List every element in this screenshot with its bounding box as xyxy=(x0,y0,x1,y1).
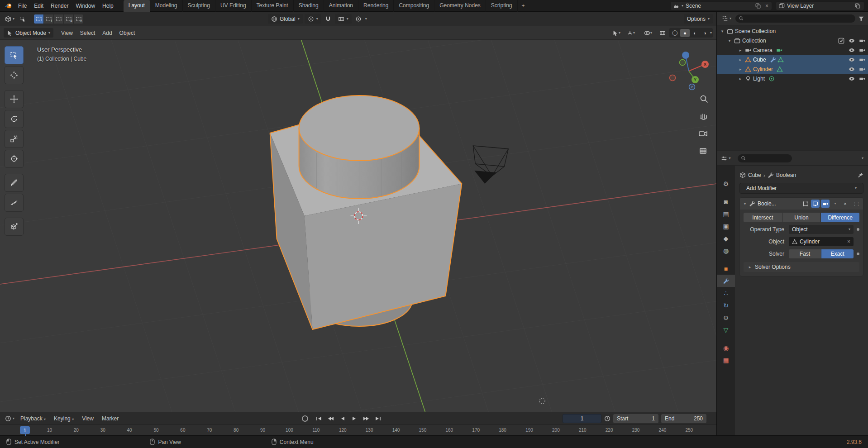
topbar-menu[interactable]: Window xyxy=(72,1,99,10)
properties-tab-constraints[interactable]: ⊖ xyxy=(717,311,735,324)
transform-pivot-dropdown[interactable]: ▾ xyxy=(305,14,321,24)
unlink-scene-button[interactable]: × xyxy=(764,3,769,9)
properties-editor-type[interactable]: ▾ xyxy=(717,155,735,162)
properties-tab-output[interactable]: ▤ xyxy=(717,208,735,220)
tool-move[interactable] xyxy=(5,90,24,108)
playhead[interactable]: 1 xyxy=(20,426,30,434)
expand-panel-icon[interactable]: ▾ xyxy=(742,201,748,206)
breadcrumb-object[interactable]: Cube xyxy=(748,172,761,178)
workspace-tab[interactable]: Scripting xyxy=(486,0,518,12)
properties-search-input[interactable] xyxy=(748,156,788,161)
disable-render-camera-icon[interactable] xyxy=(859,47,865,53)
snap-target-dropdown[interactable]: ▾ xyxy=(335,14,352,24)
xray-toggle[interactable] xyxy=(658,29,668,38)
workspace-tab[interactable]: Texture Paint xyxy=(252,0,294,12)
disclosure-icon[interactable]: ▸ xyxy=(738,76,743,81)
properties-tab-texture[interactable]: ▦ xyxy=(717,354,735,366)
frame-start-field[interactable]: Start 1 xyxy=(613,414,658,423)
modifier-name-field[interactable]: Boole... xyxy=(757,200,800,207)
tool-scale[interactable] xyxy=(5,130,24,148)
intersect-button[interactable]: Intersect xyxy=(744,213,782,222)
edit-mode-toggle[interactable] xyxy=(801,200,810,208)
viewport-menu[interactable]: Select xyxy=(76,29,99,38)
transform-orientation-dropdown[interactable]: Global ▾ xyxy=(268,14,303,24)
marker-menu[interactable]: Marker xyxy=(98,414,122,423)
pin-icon[interactable] xyxy=(857,172,863,178)
collection-checkbox[interactable] xyxy=(838,38,844,44)
hide-viewport-eye-icon[interactable] xyxy=(849,66,855,72)
light-object-indicator[interactable] xyxy=(539,398,545,404)
proportional-editing-toggle[interactable] xyxy=(353,14,363,24)
disable-render-camera-icon[interactable] xyxy=(859,66,865,72)
new-view-layer-button[interactable] xyxy=(854,3,862,9)
auto-keying-toggle[interactable] xyxy=(302,415,308,422)
disclosure-icon[interactable]: ▸ xyxy=(738,67,743,71)
outliner-row-camera[interactable]: ▸ Camera xyxy=(717,45,868,55)
options-dropdown[interactable]: Options ▾ xyxy=(684,14,713,24)
properties-tab-physics[interactable]: ↻ xyxy=(717,299,735,311)
topbar-menu[interactable]: Render xyxy=(47,1,72,10)
new-scene-button[interactable] xyxy=(754,3,762,9)
tool-cursor[interactable] xyxy=(5,66,24,84)
drag-handle-icon[interactable]: ⋮⋮ xyxy=(851,201,861,207)
tool-measure[interactable] xyxy=(5,194,24,212)
workspace-tab[interactable]: Modeling xyxy=(150,0,183,12)
solver-options-panel[interactable]: ▸ Solver Options xyxy=(744,262,859,272)
disable-render-camera-icon[interactable] xyxy=(859,38,865,44)
viewport-menu[interactable]: View xyxy=(57,29,76,38)
properties-tab-view-layer[interactable]: ▣ xyxy=(717,220,735,232)
play-button[interactable] xyxy=(349,414,360,423)
jump-to-start-button[interactable] xyxy=(314,414,324,423)
union-button[interactable]: Union xyxy=(782,213,821,222)
properties-tab-particles[interactable]: ∴ xyxy=(717,287,735,299)
solver-fast-button[interactable]: Fast xyxy=(789,249,821,258)
tool-rotate[interactable] xyxy=(5,110,24,128)
disable-render-camera-icon[interactable] xyxy=(859,76,865,82)
properties-tab-object[interactable]: ■ xyxy=(717,262,735,275)
properties-tab-world[interactable]: ◍ xyxy=(717,244,735,257)
outliner-search[interactable] xyxy=(735,14,855,23)
viewport-menu[interactable]: Object xyxy=(116,29,139,38)
outliner-row-scene-collection[interactable]: ▾ Scene Collection xyxy=(717,26,868,36)
select-mode-extend-button[interactable]: + xyxy=(44,14,53,24)
chevron-down-icon[interactable]: ▾ xyxy=(862,157,863,160)
modifier-extras-button[interactable]: ▾ xyxy=(831,200,839,208)
properties-tab-object-data[interactable]: ▽ xyxy=(717,324,735,336)
playback-menu[interactable]: Playback ▾ xyxy=(17,414,49,423)
cylinder-object[interactable] xyxy=(299,95,420,199)
nav-gizmo[interactable]: X Y z xyxy=(670,52,709,90)
properties-tab-scene[interactable]: ◆ xyxy=(717,232,735,244)
camera-object[interactable] xyxy=(473,146,508,184)
gizmos-dropdown[interactable]: ▾ xyxy=(623,29,639,38)
outliner-editor-type[interactable]: ▾ xyxy=(720,14,733,23)
tool-annotate[interactable] xyxy=(5,174,24,192)
workspace-tab[interactable]: Rendering xyxy=(358,0,394,12)
frame-end-field[interactable]: End 250 xyxy=(661,414,706,423)
workspace-tab[interactable]: Animation xyxy=(324,0,358,12)
viewport-canvas[interactable]: X Y z xyxy=(0,40,716,412)
preview-range-clock-icon[interactable] xyxy=(604,415,610,422)
play-reverse-button[interactable] xyxy=(338,414,348,423)
jump-to-end-button[interactable] xyxy=(373,414,383,423)
hide-viewport-eye-icon[interactable] xyxy=(849,47,855,53)
viewport-3d-scene[interactable]: X Y z xyxy=(0,40,716,412)
select-mode-intersect-button[interactable]: ∩ xyxy=(74,14,83,24)
pan-hand-button[interactable] xyxy=(701,114,706,119)
disclosure-icon[interactable]: ▸ xyxy=(738,48,743,52)
add-workspace-button[interactable]: + xyxy=(518,1,529,11)
current-frame-field[interactable]: 1 xyxy=(563,414,601,423)
tool-select-box[interactable] xyxy=(5,46,24,64)
difference-button[interactable]: Difference xyxy=(821,213,859,222)
select-mode-subtract-button[interactable]: − xyxy=(54,14,63,24)
timeline-editor-type[interactable]: ▾ xyxy=(4,415,16,423)
shading-wireframe-button[interactable]: ◯ xyxy=(670,29,680,37)
shading-material-button[interactable]: ◐ xyxy=(690,29,700,37)
editor-type-selector[interactable]: ▾ xyxy=(4,15,16,23)
topbar-menu[interactable]: File xyxy=(14,1,30,10)
breadcrumb-modifier[interactable]: Boolean xyxy=(776,172,796,178)
viewport-menu[interactable]: Add xyxy=(99,29,115,38)
show-in-render-toggle[interactable] xyxy=(821,200,830,208)
shading-solid-button[interactable]: ● xyxy=(680,29,690,37)
hide-viewport-eye-icon[interactable] xyxy=(849,57,855,63)
workspace-tab[interactable]: Geometry Nodes xyxy=(434,0,486,12)
